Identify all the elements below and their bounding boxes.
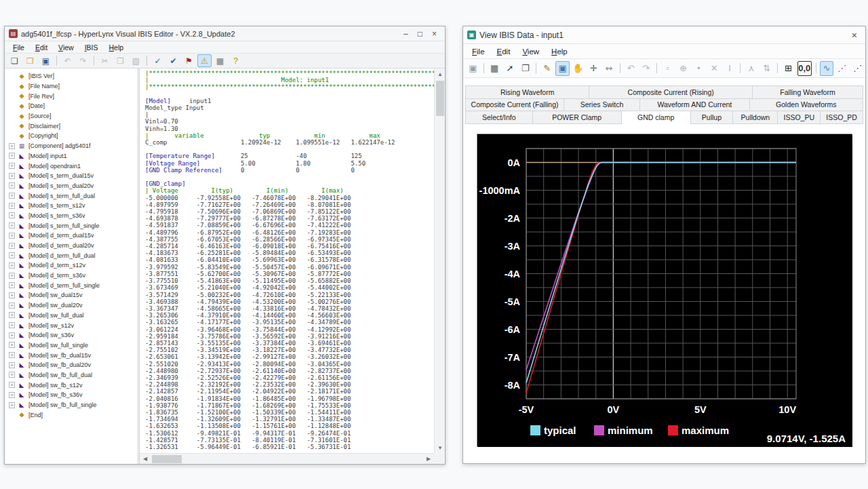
open-folder-icon[interactable]: ❒ <box>23 54 37 67</box>
center-icon[interactable]: ⊕ <box>676 61 690 76</box>
new-document-icon[interactable]: ❏ <box>7 54 22 67</box>
tree-item[interactable]: +◣[Model] s_term_s36v <box>5 211 137 221</box>
undo-icon[interactable]: ↶ <box>623 61 637 76</box>
print-icon[interactable]: ▦ <box>488 61 502 76</box>
close-button[interactable]: × <box>852 28 857 42</box>
scatter-typ-icon[interactable]: ⋰ <box>835 61 849 76</box>
move-icon[interactable]: ✛ <box>587 61 601 76</box>
print-icon[interactable]: ▦ <box>213 54 227 67</box>
copy-icon[interactable]: ❐ <box>113 54 127 67</box>
expand-plus-icon[interactable]: + <box>9 273 15 279</box>
caliper-icon[interactable]: ⋏ <box>744 61 758 76</box>
tree-item[interactable]: +◣[Model] sw_dual20v <box>5 300 137 311</box>
tab-composite-current-rising-[interactable]: Composite Current (Rising) <box>589 85 753 99</box>
gnd-clamp-chart[interactable]: 0A-1000mA-2A-3A-4A-5A-6A-7A-8A-5V0V5V10V… <box>477 134 852 447</box>
expand-plus-icon[interactable]: + <box>9 292 15 298</box>
redo-icon[interactable]: ↷ <box>76 54 90 67</box>
right-title-bar[interactable]: ▣ View IBIS Data - input1 × <box>463 26 865 44</box>
expand-plus-icon[interactable]: + <box>9 243 15 249</box>
tab-series-switch[interactable]: Series Switch <box>564 98 640 112</box>
menu-item-view[interactable]: View <box>53 41 79 54</box>
tree-item[interactable]: +◣[Model] s_term_dual20v <box>5 181 137 191</box>
expand-plus-icon[interactable]: + <box>9 143 15 149</box>
cut-icon[interactable]: ✂ <box>98 54 112 67</box>
menu-item-view[interactable]: View <box>516 45 545 58</box>
scale-x-icon[interactable]: ✕ <box>707 61 722 76</box>
tree-item[interactable]: +◣[Model] s_term_full_single <box>5 220 137 231</box>
expand-plus-icon[interactable]: + <box>9 392 15 398</box>
scroll-up-arrow[interactable]: ▲ <box>435 69 445 79</box>
scroll-right-arrow[interactable]: ▶ <box>423 454 434 465</box>
warnings-toggle-icon[interactable]: ⚠ <box>197 54 212 67</box>
tree-item[interactable]: +◣[Model] d_term_s12v <box>5 260 137 271</box>
expand-plus-icon[interactable]: + <box>9 372 15 378</box>
tree-item[interactable]: +◣[Model] d_term_dual15v <box>5 231 137 241</box>
editor-vertical-scrollbar[interactable]: ▲ ▼ <box>434 69 445 453</box>
minimize-button[interactable]: – <box>403 27 408 41</box>
check-syntax-icon[interactable]: ✓ <box>151 54 165 67</box>
tab-composite-current-falling-[interactable]: Composite Current (Falling) <box>465 98 564 112</box>
tab-gnd-clamp[interactable]: GND clamp <box>622 111 691 124</box>
menu-item-file[interactable]: File <box>466 45 491 58</box>
tree-item[interactable]: ◆[IBIS Ver] <box>5 71 137 81</box>
menu-item-help[interactable]: Help <box>104 41 130 54</box>
expand-plus-icon[interactable]: + <box>9 182 15 189</box>
expand-plus-icon[interactable]: + <box>9 332 15 338</box>
left-title-bar[interactable]: ▤ adg5401f_lfcsp - HyperLynx Visual IBIS… <box>5 26 445 41</box>
validate-icon[interactable]: ✔ <box>166 54 180 67</box>
expand-plus-icon[interactable]: + <box>9 233 15 239</box>
export-icon[interactable]: ➚ <box>503 61 517 76</box>
menu-item-file[interactable]: File <box>7 41 30 54</box>
tree-item[interactable]: ◆[Date] <box>5 101 137 111</box>
horizontal-scroll-thumb[interactable] <box>152 455 182 463</box>
menu-item-ibis[interactable]: IBIS <box>79 41 104 54</box>
menu-item-edit[interactable]: Edit <box>30 41 53 54</box>
tree-item[interactable]: ◆[Disclaimer] <box>5 121 137 131</box>
tree-item[interactable]: +◣[Model] sw_s12v <box>5 320 137 330</box>
expand-plus-icon[interactable]: + <box>9 173 15 179</box>
tab-rising-waveform[interactable]: Rising Waveform <box>465 85 589 99</box>
expand-plus-icon[interactable]: + <box>9 193 15 199</box>
expand-plus-icon[interactable]: + <box>9 252 15 258</box>
expand-plus-icon[interactable]: + <box>9 342 15 348</box>
maximize-button[interactable]: □ <box>418 27 422 41</box>
scatter-minmax-icon[interactable]: ⋰ <box>850 61 865 76</box>
tree-item[interactable]: +◣[Model] sw_fb_full_dual <box>5 370 137 380</box>
tab-pulldown[interactable]: Pulldown <box>733 111 778 124</box>
tree-item[interactable]: +◣[Model] sw_dual15v <box>5 290 137 300</box>
tree-item[interactable]: ◆[File Rev] <box>5 91 137 101</box>
tree-item[interactable]: +◣[Model] input1 <box>5 151 137 161</box>
ibis-model-tree[interactable]: ◆[IBIS Ver]◆[File Name]◆[File Rev]◆[Date… <box>5 69 139 464</box>
pencil-icon[interactable]: ✎ <box>540 61 554 76</box>
tree-item[interactable]: +◣[Model] sw_fb_s12v <box>5 380 137 390</box>
tree-item[interactable]: +◣[Model] sw_s36v <box>5 330 137 340</box>
tree-item[interactable]: +▦[Component] adg5401f <box>5 141 137 151</box>
expand-plus-icon[interactable]: + <box>9 212 15 218</box>
expand-plus-icon[interactable]: + <box>9 262 15 269</box>
tree-item[interactable]: +◣[Model] d_term_s36v <box>5 271 137 281</box>
expand-plus-icon[interactable]: + <box>9 222 15 229</box>
dot-marker-icon[interactable]: • <box>692 61 706 76</box>
tree-item[interactable]: +◣[Model] d_term_dual20v <box>5 241 137 251</box>
tab-golden-waveforms[interactable]: Golden Waveforms <box>750 98 863 112</box>
scroll-down-arrow[interactable]: ▼ <box>435 442 445 453</box>
tree-item[interactable]: ◆[File Name] <box>5 81 137 92</box>
help-icon[interactable]: ? <box>229 54 243 67</box>
save-icon[interactable]: ▣ <box>466 61 480 76</box>
span-icon[interactable]: ⇅ <box>760 61 774 76</box>
ibis-file-editor[interactable]: |***************************************… <box>145 70 434 453</box>
expand-plus-icon[interactable]: + <box>9 402 15 408</box>
expand-plus-icon[interactable]: + <box>9 362 15 368</box>
copy-page-icon[interactable]: ❐ <box>518 61 532 76</box>
expand-plus-icon[interactable]: + <box>9 203 15 209</box>
zoom-fit-icon[interactable]: ⊞ <box>781 61 795 76</box>
menu-item-edit[interactable]: Edit <box>491 45 517 58</box>
expand-plus-icon[interactable]: + <box>9 153 15 159</box>
paste-icon[interactable]: ▨ <box>129 54 143 67</box>
tab-falling-waveform[interactable]: Falling Waveform <box>753 85 863 99</box>
tree-item[interactable]: +◣[Model] sw_fb_s36v <box>5 390 137 400</box>
tab-power-clamp[interactable]: POWER Clamp <box>533 111 622 124</box>
tree-item[interactable]: ◆[Source] <box>5 111 137 121</box>
tree-item[interactable]: ◆[Copyright] <box>5 131 137 141</box>
undo-icon[interactable]: ↶ <box>60 54 75 67</box>
